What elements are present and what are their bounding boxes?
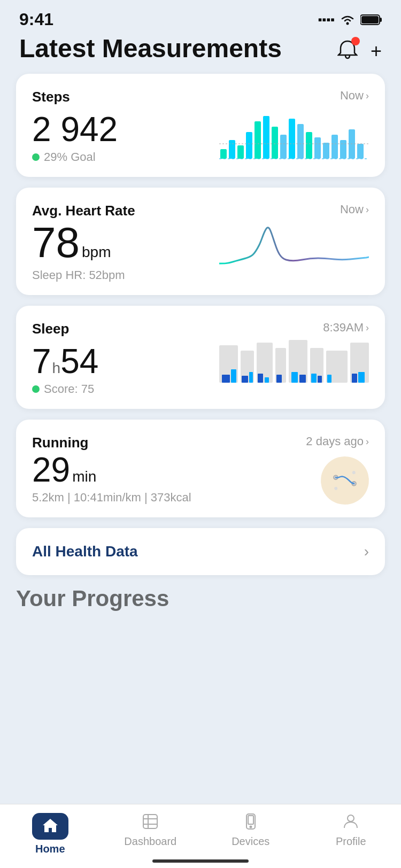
svg-point-0 [346, 22, 349, 25]
svg-rect-40 [311, 374, 317, 383]
steps-goal: 29% Goal [32, 150, 219, 164]
sleep-time: 8:39AM › [323, 321, 369, 335]
home-icon [32, 813, 68, 840]
progress-section: Your Progress [0, 575, 401, 615]
svg-rect-34 [249, 372, 253, 383]
svg-rect-41 [318, 376, 322, 383]
hr-title: Avg. Heart Rate [32, 203, 135, 219]
svg-rect-38 [291, 372, 298, 383]
svg-rect-15 [306, 132, 312, 159]
nav-dashboard[interactable]: Dashboard [101, 813, 201, 848]
svg-rect-8 [246, 132, 252, 159]
hr-sub: Sleep HR: 52bpm [32, 268, 219, 282]
svg-rect-44 [358, 372, 365, 383]
hr-time: Now › [340, 203, 369, 216]
nav-devices-label: Devices [232, 835, 269, 848]
steps-value: 2 942 [32, 111, 219, 148]
running-unit: min [72, 468, 96, 485]
svg-rect-55 [248, 816, 253, 824]
svg-rect-42 [327, 375, 331, 383]
nav-home-label: Home [35, 843, 65, 855]
running-card[interactable]: Running 2 days ago › 29 min 5.2km | 10:4… [16, 420, 385, 517]
all-health-data-card[interactable]: All Health Data › [16, 528, 385, 575]
cards-container: Steps Now › 2 942 29% Goal [0, 74, 401, 575]
svg-rect-32 [231, 369, 236, 383]
bottom-nav: Home Dashboard Devices [0, 804, 401, 868]
svg-rect-18 [331, 135, 338, 159]
svg-rect-31 [222, 375, 230, 383]
battery-icon [360, 14, 382, 26]
svg-rect-14 [297, 124, 304, 159]
sleep-hours: 7 [32, 343, 51, 380]
sleep-chart [219, 337, 369, 396]
svg-rect-2 [380, 18, 382, 22]
svg-rect-5 [220, 149, 227, 159]
svg-rect-6 [229, 140, 235, 159]
running-title: Running [32, 435, 88, 451]
running-details: 5.2km | 10:41min/km | 373kcal [32, 491, 321, 505]
devices-icon [242, 813, 259, 832]
svg-rect-11 [272, 127, 278, 159]
running-value: 29 [32, 451, 70, 489]
hr-value: 78 [32, 219, 80, 266]
page-title: Latest Measurements [19, 35, 282, 63]
signal-icon: ▪▪▪▪ [318, 13, 335, 27]
nav-dashboard-label: Dashboard [124, 835, 176, 848]
sleep-title: Sleep [32, 321, 69, 337]
header-actions: + [337, 39, 382, 63]
notification-button[interactable] [337, 39, 358, 63]
heart-rate-card[interactable]: Avg. Heart Rate Now › 78 bpm Sleep HR: 5… [16, 188, 385, 295]
running-time: 2 days ago › [306, 435, 369, 448]
svg-rect-50 [143, 815, 157, 828]
nav-profile-label: Profile [336, 835, 366, 848]
notification-badge [351, 37, 360, 45]
nav-home[interactable]: Home [0, 813, 101, 855]
header: Latest Measurements + [0, 35, 401, 74]
steps-title: Steps [32, 89, 70, 105]
all-health-label: All Health Data [32, 543, 138, 560]
sleep-card[interactable]: Sleep 8:39AM › 7 h 54 Score: 75 [16, 306, 385, 409]
svg-rect-43 [352, 374, 357, 383]
svg-rect-21 [357, 144, 364, 159]
progress-title: Your Progress [16, 586, 385, 615]
nav-profile[interactable]: Profile [301, 813, 402, 848]
steps-card[interactable]: Steps Now › 2 942 29% Goal [16, 74, 385, 177]
svg-rect-12 [280, 135, 287, 159]
status-bar: 9:41 ▪▪▪▪ [0, 0, 401, 35]
svg-point-56 [250, 826, 251, 828]
wifi-icon [340, 14, 355, 25]
sleep-score: Score: 75 [32, 382, 219, 396]
hr-chart [219, 223, 369, 282]
svg-rect-9 [255, 121, 261, 159]
svg-rect-36 [265, 377, 269, 383]
dashboard-icon [142, 813, 159, 832]
svg-rect-35 [258, 374, 263, 383]
sleep-score-dot [32, 385, 40, 393]
running-map-icon [315, 451, 374, 510]
hr-unit: bpm [82, 244, 111, 261]
svg-rect-17 [323, 143, 329, 159]
nav-devices[interactable]: Devices [200, 813, 301, 848]
svg-point-45 [327, 462, 364, 499]
home-indicator [152, 859, 249, 863]
steps-time: Now › [340, 89, 369, 103]
svg-rect-13 [289, 119, 295, 159]
svg-rect-3 [361, 16, 379, 24]
steps-goal-dot [32, 153, 40, 161]
svg-rect-19 [340, 140, 346, 159]
svg-rect-10 [263, 116, 269, 159]
svg-rect-39 [299, 375, 306, 383]
status-time: 9:41 [19, 10, 53, 29]
status-icons: ▪▪▪▪ [318, 13, 382, 27]
svg-rect-33 [242, 376, 248, 383]
svg-rect-37 [276, 375, 282, 383]
all-health-chevron: › [364, 543, 369, 560]
sleep-minutes: 54 [60, 343, 98, 380]
svg-rect-16 [314, 137, 321, 159]
steps-chart [219, 105, 369, 164]
svg-rect-7 [237, 145, 244, 159]
profile-icon [342, 813, 359, 832]
svg-point-57 [348, 815, 354, 821]
add-button[interactable]: + [371, 42, 382, 61]
